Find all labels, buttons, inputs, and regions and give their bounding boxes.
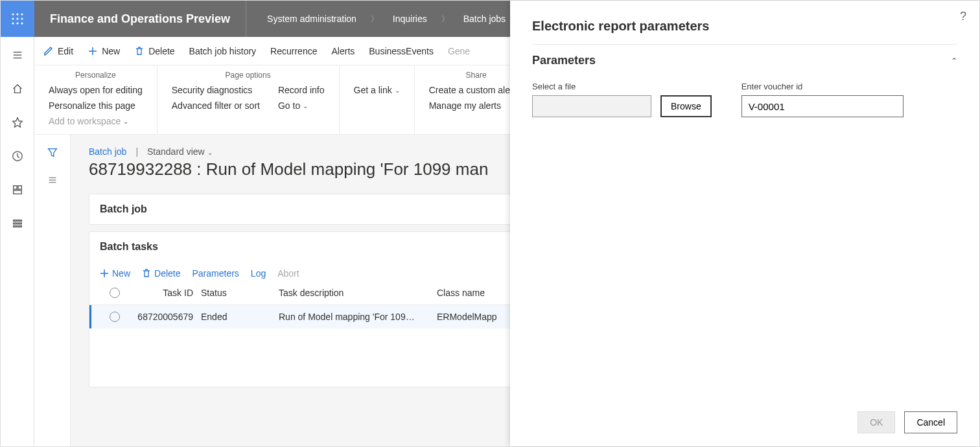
always-open-editing-button[interactable]: Always open for editing bbox=[49, 85, 143, 95]
gene-label: Gene bbox=[448, 46, 470, 56]
svg-rect-13 bbox=[13, 186, 16, 189]
delete-label: Delete bbox=[148, 46, 174, 56]
svg-rect-17 bbox=[13, 223, 16, 224]
view-label: Standard view bbox=[147, 146, 205, 157]
cell-taskid: 68720005679 bbox=[130, 312, 201, 322]
get-a-link-button[interactable]: Get a link ⌄ bbox=[354, 85, 400, 95]
app-title: Finance and Operations Preview bbox=[34, 1, 246, 37]
row-selector[interactable] bbox=[100, 312, 130, 322]
app-launcher-button[interactable] bbox=[1, 1, 34, 37]
personalize-title: Personalize bbox=[49, 71, 143, 80]
alerts-button[interactable]: Alerts bbox=[331, 46, 355, 56]
file-path-input[interactable] bbox=[532, 95, 651, 117]
favorites-button[interactable] bbox=[2, 113, 33, 132]
browse-button[interactable]: Browse bbox=[660, 95, 712, 117]
svg-rect-16 bbox=[13, 220, 16, 222]
svg-point-2 bbox=[21, 13, 23, 15]
record-info-button[interactable]: Record info bbox=[278, 85, 325, 95]
breadcrumb-link[interactable]: Batch job bbox=[89, 146, 126, 157]
getlink-group: Get a link ⌄ bbox=[340, 65, 415, 134]
task-delete-label: Delete bbox=[154, 268, 180, 279]
create-custom-alert-button[interactable]: Create a custom alert ⌄ bbox=[429, 85, 524, 95]
svg-point-8 bbox=[21, 22, 23, 24]
svg-point-1 bbox=[16, 13, 18, 15]
col-header-status[interactable]: Status bbox=[201, 288, 279, 298]
new-label: New bbox=[102, 46, 120, 56]
trash-icon bbox=[142, 269, 151, 278]
filter-button[interactable] bbox=[47, 146, 58, 160]
cell-status: Ended bbox=[201, 312, 279, 322]
svg-point-6 bbox=[12, 22, 14, 24]
batch-history-label: Batch job history bbox=[189, 46, 257, 56]
voucher-id-field: Enter voucher id bbox=[741, 82, 904, 117]
view-selector[interactable]: Standard view ⌄ bbox=[147, 146, 213, 157]
top-breadcrumb: System administration 〉 Inquiries 〉 Batc… bbox=[246, 14, 506, 25]
svg-point-7 bbox=[16, 22, 18, 24]
share-title: Share bbox=[429, 71, 524, 80]
breadcrumb-item[interactable]: Inquiries bbox=[393, 14, 427, 24]
edit-button[interactable]: Edit bbox=[43, 46, 73, 56]
hamburger-menu-button[interactable] bbox=[2, 46, 33, 64]
svg-point-5 bbox=[21, 17, 23, 19]
task-new-button[interactable]: New bbox=[100, 268, 130, 279]
chevron-down-icon: ⌄ bbox=[395, 87, 400, 94]
chevron-up-icon: ⌃ bbox=[951, 56, 957, 65]
alerts-label: Alerts bbox=[331, 46, 355, 56]
breadcrumb-item[interactable]: System administration bbox=[267, 14, 356, 24]
modules-button[interactable] bbox=[2, 214, 33, 233]
parameters-section-header[interactable]: Parameters ⌃ bbox=[510, 45, 979, 73]
task-delete-button[interactable]: Delete bbox=[142, 268, 180, 279]
chevron-right-icon: 〉 bbox=[441, 14, 449, 25]
custom-alert-label: Create a custom alert bbox=[429, 85, 516, 95]
list-button[interactable] bbox=[47, 174, 58, 188]
page-options-title: Page options bbox=[172, 71, 325, 80]
svg-rect-14 bbox=[18, 186, 21, 189]
svg-rect-18 bbox=[13, 226, 16, 227]
parameters-title: Parameters bbox=[532, 54, 596, 67]
home-button[interactable] bbox=[2, 80, 33, 98]
panel-footer: OK Cancel bbox=[510, 398, 979, 446]
batch-history-button[interactable]: Batch job history bbox=[189, 46, 257, 56]
breadcrumb-item[interactable]: Batch jobs bbox=[463, 14, 506, 24]
manage-my-alerts-button[interactable]: Manage my alerts bbox=[429, 100, 524, 111]
task-abort-button: Abort bbox=[277, 268, 299, 279]
cancel-button[interactable]: Cancel bbox=[904, 411, 957, 433]
panel-title: Electronic report parameters bbox=[510, 1, 979, 44]
personalize-group: Personalize Always open for editing Pers… bbox=[34, 65, 158, 134]
parameters-body: Select a file Browse Enter voucher id bbox=[510, 73, 979, 117]
app-root: Finance and Operations Preview System ad… bbox=[0, 0, 980, 447]
add-to-ws-label: Add to workspace bbox=[49, 116, 121, 126]
pencil-icon bbox=[43, 46, 54, 56]
select-all-checkbox[interactable] bbox=[100, 288, 130, 298]
col-header-taskid[interactable]: Task ID bbox=[130, 288, 201, 298]
chevron-down-icon: ⌄ bbox=[207, 149, 213, 156]
ok-button: OK bbox=[858, 411, 895, 433]
plus-icon bbox=[88, 46, 98, 56]
businessevents-button[interactable]: BusinessEvents bbox=[369, 46, 434, 56]
task-parameters-button[interactable]: Parameters bbox=[192, 268, 239, 279]
voucher-id-input[interactable] bbox=[741, 95, 904, 117]
workspace-button[interactable] bbox=[2, 181, 33, 199]
task-log-button[interactable]: Log bbox=[251, 268, 266, 279]
personalize-page-button[interactable]: Personalize this page bbox=[49, 100, 143, 111]
col-header-desc[interactable]: Task description bbox=[279, 288, 437, 298]
delete-button[interactable]: Delete bbox=[134, 46, 174, 56]
cell-desc: Run of Model mapping 'For 109… bbox=[279, 312, 437, 322]
gene-button: Gene bbox=[448, 46, 470, 56]
recurrence-button[interactable]: Recurrence bbox=[270, 46, 317, 56]
voucher-id-label: Enter voucher id bbox=[741, 82, 904, 91]
recent-button[interactable] bbox=[2, 147, 33, 165]
select-file-field: Select a file Browse bbox=[532, 82, 712, 117]
help-button[interactable]: ? bbox=[960, 10, 966, 23]
security-diagnostics-button[interactable]: Security diagnostics bbox=[172, 85, 260, 95]
content-sidebar bbox=[34, 135, 71, 446]
advanced-filter-button[interactable]: Advanced filter or sort bbox=[172, 100, 260, 111]
chevron-right-icon: 〉 bbox=[371, 14, 379, 25]
businessevents-label: BusinessEvents bbox=[369, 46, 434, 56]
add-to-workspace-button[interactable]: Add to workspace ⌄ bbox=[49, 116, 143, 126]
edit-label: Edit bbox=[58, 46, 73, 56]
svg-point-0 bbox=[12, 13, 14, 15]
goto-button[interactable]: Go to ⌄ bbox=[278, 100, 325, 111]
spacer bbox=[354, 71, 400, 80]
new-button[interactable]: New bbox=[88, 46, 120, 56]
